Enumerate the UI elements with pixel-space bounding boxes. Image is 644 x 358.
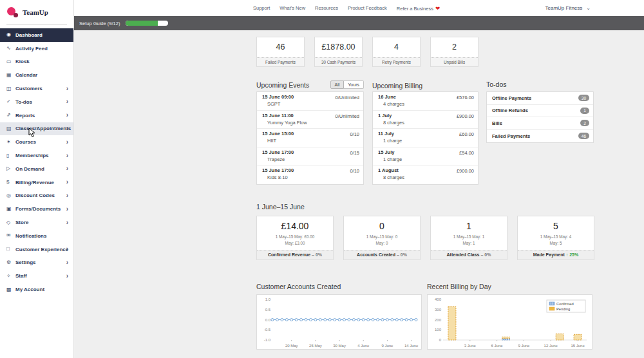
sidebar-item-settings[interactable]: ⚙ Settings bbox=[0, 256, 73, 270]
top-stats-row: 46 Failed Payments £1878.00 30 Cash Paym… bbox=[256, 37, 478, 67]
period-card-attended-class[interactable]: 1 1 May–15 May: 1 May: 1 Attended Class … bbox=[430, 216, 507, 260]
svg-text:Pending: Pending bbox=[556, 307, 570, 311]
stat-card-unpaid-bills[interactable]: 2 Unpaid Bills bbox=[430, 37, 478, 67]
period-card-confirmed-revenue[interactable]: £14.00 1 May–15 May: £0.00 May: £3.00 Co… bbox=[256, 216, 334, 260]
svg-text:1.0: 1.0 bbox=[265, 297, 271, 301]
resources-link[interactable]: Resources bbox=[315, 5, 338, 11]
top-links: Support What's New Resources Product Fee… bbox=[253, 5, 440, 12]
event-row[interactable]: 15 June 17:00 Trapeze 0/15 bbox=[257, 147, 363, 166]
period-stats-row: £14.00 1 May–15 May: £0.00 May: £3.00 Co… bbox=[256, 216, 594, 260]
events-toggle-all[interactable]: All bbox=[330, 80, 345, 89]
sidebar-item-memberships[interactable]: ▯ Memberships bbox=[0, 149, 73, 162]
memberships-icon: ▯ bbox=[6, 153, 15, 158]
teamup-logo-text: TeamUp bbox=[23, 8, 48, 16]
sidebar-item-forms-documents[interactable]: ▣ Forms/Documents bbox=[0, 202, 73, 216]
event-row[interactable]: 15 June 09:00 SGPT 0/Unlimited bbox=[257, 92, 363, 111]
todo-row-offline-refunds[interactable]: Offline Refunds 1 bbox=[487, 105, 593, 118]
account-name: TeamUp Fitness bbox=[545, 5, 583, 11]
svg-text:400: 400 bbox=[435, 297, 442, 301]
sidebar-item-courses[interactable]: ✶ Courses bbox=[0, 135, 73, 149]
count-badge: 1 bbox=[580, 108, 589, 114]
accounts-chart-title: Customer Accounts Created bbox=[256, 283, 341, 290]
upcoming-events-title: Upcoming Events bbox=[256, 81, 309, 89]
svg-text:-1.0: -1.0 bbox=[264, 338, 271, 342]
svg-text:300: 300 bbox=[435, 308, 442, 312]
refer-a-business-link[interactable]: Refer a Business❤ bbox=[397, 5, 440, 12]
svg-text:0.0: 0.0 bbox=[265, 318, 271, 322]
period-range-label: 1 June–15 June bbox=[256, 203, 305, 211]
svg-text:0.5: 0.5 bbox=[265, 308, 271, 312]
todo-row-bills[interactable]: Bills 2 bbox=[487, 117, 593, 130]
event-row[interactable]: 15 June 17:00 Kids 8-10 0/10 bbox=[257, 165, 363, 184]
sidebar-item-dashboard[interactable]: ◉ Dashboard bbox=[0, 28, 73, 42]
customer-experience-icon: □ bbox=[6, 247, 15, 252]
sidebar-item-classes-appointments[interactable]: ▤ Classes/Appointments bbox=[0, 122, 73, 136]
activity-icon: ∿ bbox=[6, 46, 15, 51]
setup-progress-fill bbox=[126, 21, 158, 26]
billing-icon: $ bbox=[6, 180, 15, 185]
svg-text:12 June: 12 June bbox=[544, 344, 558, 348]
setup-guide-bar[interactable]: Setup Guide (9/12) bbox=[74, 16, 644, 30]
stat-card-failed-payments[interactable]: 46 Failed Payments bbox=[256, 37, 305, 67]
recent-billing-chart: 01002003004003 June6 June9 June12 June15… bbox=[427, 294, 592, 350]
staff-key-icon: ✧ bbox=[6, 274, 15, 279]
support-link[interactable]: Support bbox=[253, 5, 270, 11]
product-feedback-link[interactable]: Product Feedback bbox=[348, 5, 387, 11]
svg-text:100: 100 bbox=[435, 328, 442, 332]
sidebar-item-todos[interactable]: ✓ To-dos bbox=[0, 95, 73, 109]
billing-row[interactable]: 16 June 4 charges £576.00 bbox=[373, 92, 478, 111]
billing-row[interactable]: 15 July 1 charge £54.00 bbox=[373, 147, 478, 166]
teamup-logo-icon bbox=[7, 7, 18, 17]
sidebar-item-calendar[interactable]: ▦ Calendar bbox=[0, 68, 73, 82]
period-card-made-payment[interactable]: 5 1 May–15 May: 4 May: 5 Made Payment ↑ … bbox=[517, 216, 594, 260]
period-card-accounts-created[interactable]: 0 1 May–15 May: 0 May: 0 Accounts Create… bbox=[343, 216, 421, 260]
sidebar-item-my-account[interactable]: ▩ My Account bbox=[0, 283, 73, 296]
svg-text:-0.5: -0.5 bbox=[264, 328, 271, 332]
events-toggle: All Yours bbox=[330, 80, 364, 89]
sidebar-item-customers[interactable]: ◫ Customers bbox=[0, 82, 73, 95]
event-row[interactable]: 15 June 11:00 Yummy Yoga Flow 0/Unlimite… bbox=[257, 111, 363, 129]
sidebar-item-on-demand[interactable]: ▷ On Demand bbox=[0, 162, 73, 176]
sidebar-item-billing-revenue[interactable]: $ Billing/Revenue bbox=[0, 176, 73, 189]
svg-text:14 June: 14 June bbox=[404, 344, 419, 348]
setup-progress-bar bbox=[126, 21, 168, 26]
sidebar-item-kiosk[interactable]: ▭ Kiosk bbox=[0, 55, 73, 69]
billing-row[interactable]: 1 August 8 charges £900.00 bbox=[373, 165, 478, 184]
teamup-logo[interactable]: TeamUp bbox=[0, 0, 73, 23]
my-account-lock-icon: ▩ bbox=[6, 287, 15, 292]
top-bar: Support What's New Resources Product Fee… bbox=[74, 0, 644, 16]
events-toggle-yours[interactable]: Yours bbox=[344, 80, 364, 89]
svg-text:6 June: 6 June bbox=[491, 344, 504, 348]
sidebar-item-store[interactable]: ◇ Store bbox=[0, 216, 73, 229]
todo-row-offline-payments[interactable]: Offline Payments 30 bbox=[487, 92, 593, 105]
todos-title: To-dos bbox=[486, 80, 507, 88]
svg-text:9 June: 9 June bbox=[381, 344, 393, 348]
sidebar-item-staff[interactable]: ✧ Staff bbox=[0, 269, 73, 283]
todo-row-failed-payments[interactable]: Failed Payments 46 bbox=[487, 130, 593, 143]
event-row[interactable]: 15 June 15:00 HIIT 0/10 bbox=[257, 129, 363, 147]
svg-text:15 June: 15 June bbox=[571, 344, 585, 348]
svg-text:200: 200 bbox=[435, 318, 442, 322]
account-dropdown[interactable]: TeamUp Fitness ⌄ bbox=[545, 5, 591, 11]
reports-icon: ⇗ bbox=[6, 113, 15, 118]
todos-icon: ✓ bbox=[6, 99, 15, 104]
whats-new-link[interactable]: What's New bbox=[279, 5, 305, 11]
sidebar: TeamUp ◉ Dashboard ∿ Activity Feed ▭ Kio… bbox=[0, 0, 74, 358]
svg-text:3 June: 3 June bbox=[464, 344, 477, 348]
stat-card-cash-payments[interactable]: £1878.00 30 Cash Payments bbox=[314, 37, 363, 67]
sidebar-item-reports[interactable]: ⇗ Reports bbox=[0, 109, 73, 122]
on-demand-icon: ▷ bbox=[6, 166, 15, 171]
dashboard-content: 46 Failed Payments £1878.00 30 Cash Paym… bbox=[74, 30, 644, 358]
customers-icon: ◫ bbox=[6, 86, 15, 91]
sidebar-item-activity-feed[interactable]: ∿ Activity Feed bbox=[0, 42, 73, 55]
sidebar-item-customer-experience[interactable]: □ Customer Experience bbox=[0, 243, 73, 256]
sidebar-item-discount-codes[interactable]: ◎ Discount Codes bbox=[0, 189, 73, 203]
count-badge: 46 bbox=[578, 133, 589, 139]
billing-row[interactable]: 11 July 1 charge £60.00 bbox=[373, 129, 478, 147]
svg-text:30 May: 30 May bbox=[333, 344, 346, 348]
svg-text:Confirmed: Confirmed bbox=[556, 302, 574, 306]
sidebar-item-notifications[interactable]: ✉ Notifications bbox=[0, 229, 73, 243]
svg-text:25 May: 25 May bbox=[309, 344, 322, 348]
stat-card-retry-payments[interactable]: 4 Retry Payments bbox=[372, 37, 421, 67]
billing-row[interactable]: 1 July 8 charges £900.00 bbox=[373, 111, 478, 129]
